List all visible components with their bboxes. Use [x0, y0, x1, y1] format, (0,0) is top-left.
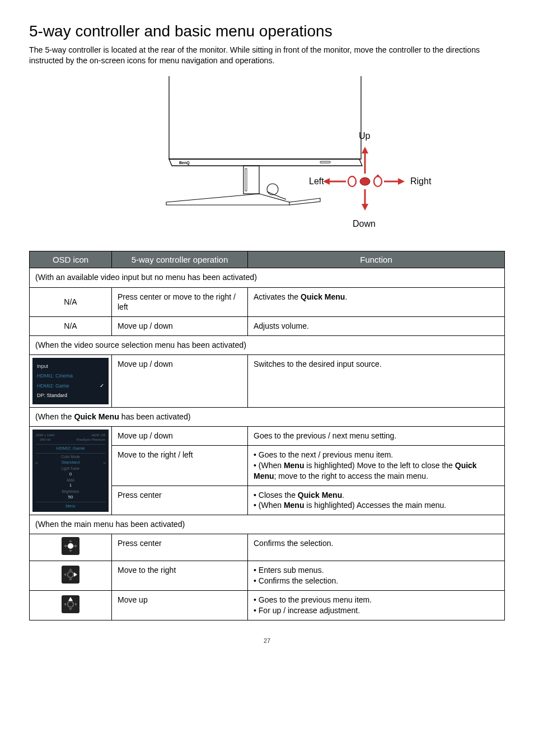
row3-fn: Switches to the desired input source.	[248, 355, 505, 407]
th-fn: Function	[248, 251, 505, 268]
row5-op: Move to the right / left	[112, 445, 248, 486]
row7-osd	[30, 534, 112, 561]
row2-op: Move up / down	[112, 317, 248, 336]
row8-osd	[30, 561, 112, 591]
checkmark-icon: ✓	[100, 381, 104, 391]
svg-marker-21	[75, 544, 77, 548]
label-up: Up	[359, 131, 371, 141]
operations-table: OSD icon 5-way controller operation Func…	[29, 251, 505, 620]
svg-marker-16	[323, 178, 330, 185]
row9-op: Move up	[112, 591, 248, 620]
svg-point-8	[348, 176, 356, 186]
svg-marker-27	[69, 568, 72, 571]
intro-text: The 5-way controller is located at the r…	[29, 45, 505, 66]
input-osd-preview: Input HDMI1: Cinema HDMI2: Game✓ DP: Sta…	[32, 358, 109, 404]
svg-point-29	[68, 601, 73, 606]
svg-marker-18	[398, 178, 405, 185]
svg-point-10	[377, 175, 379, 177]
svg-marker-28	[69, 578, 72, 581]
row6-op: Press center	[112, 486, 248, 515]
row4-fn: Goes to the previous / next menu setting…	[248, 426, 505, 445]
row9-fn: • Goes to the previous menu item. • For …	[248, 591, 505, 620]
svg-marker-26	[74, 572, 77, 577]
svg-marker-25	[64, 573, 66, 576]
row7-fn: Confirms the selection.	[248, 534, 505, 561]
svg-point-9	[374, 176, 382, 186]
svg-rect-3	[320, 161, 330, 163]
page-heading: 5-way controller and basic menu operatio…	[29, 22, 505, 40]
quick-osd-cell: 2560 x 1440240 Hz HDR: OffFreeSync Premi…	[30, 426, 112, 515]
joystick-right-icon	[62, 566, 79, 584]
svg-rect-4	[243, 166, 259, 194]
svg-point-6	[267, 184, 278, 195]
joystick-center-icon	[62, 537, 79, 555]
row3-osd: Input HDMI1: Cinema HDMI2: Game✓ DP: Sta…	[30, 355, 112, 407]
row6-fn: • Closes the Quick Menu. • (When Menu is…	[248, 486, 505, 515]
row2-osd: N/A	[30, 317, 112, 336]
svg-marker-32	[68, 597, 73, 601]
svg-point-19	[68, 543, 73, 549]
section-quick-menu: (When the Quick Menu has been activated)	[30, 407, 505, 426]
section-no-menu: (With an available video input but no me…	[30, 268, 505, 287]
row3-op: Move up / down	[112, 355, 248, 407]
svg-marker-22	[69, 540, 72, 542]
row7-op: Press center	[112, 534, 248, 561]
svg-marker-14	[362, 204, 368, 211]
row4-op: Move up / down	[112, 426, 248, 445]
svg-rect-5	[245, 169, 247, 191]
row1-fn: Activates the Quick Menu.	[248, 287, 505, 317]
section-source-menu: (When the video source selection menu ha…	[30, 336, 505, 355]
svg-point-24	[68, 572, 73, 577]
svg-marker-31	[75, 603, 77, 606]
th-op: 5-way controller operation	[112, 251, 248, 268]
row1-op: Press center or move to the right / left	[112, 287, 248, 317]
svg-marker-20	[64, 544, 66, 548]
svg-marker-23	[69, 550, 72, 552]
label-left: Left	[309, 176, 324, 186]
row9-osd	[30, 591, 112, 620]
controller-diagram: BenQ Up Left Right Down	[29, 76, 505, 235]
th-osd: OSD icon	[30, 251, 112, 268]
page-number: 27	[29, 637, 505, 644]
section-main-menu: (When the main menu has been activated)	[30, 515, 505, 534]
joystick-up-icon	[62, 595, 79, 613]
label-right: Right	[410, 176, 432, 186]
row8-op: Move to the right	[112, 561, 248, 591]
row5-fn: • Goes to the next / previous menu item.…	[248, 445, 505, 486]
label-down: Down	[353, 219, 376, 228]
row1-osd: N/A	[30, 287, 112, 317]
svg-marker-30	[64, 603, 66, 606]
svg-text:BenQ: BenQ	[179, 161, 190, 165]
row2-fn: Adjusts volume.	[248, 317, 505, 336]
quick-osd-preview: 2560 x 1440240 Hz HDR: OffFreeSync Premi…	[32, 430, 109, 512]
row8-fn: • Enters sub menus. • Confirms the selec…	[248, 561, 505, 591]
svg-marker-33	[69, 608, 72, 610]
svg-marker-12	[362, 147, 368, 153]
svg-point-7	[360, 178, 370, 185]
